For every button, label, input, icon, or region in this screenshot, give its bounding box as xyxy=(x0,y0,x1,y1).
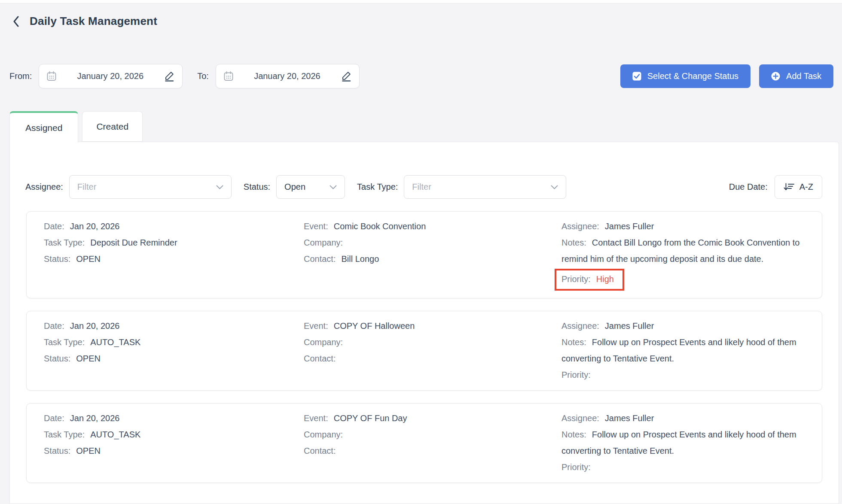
company-label: Company: xyxy=(304,337,348,347)
status-value: OPEN xyxy=(76,446,101,455)
task-type-filter-placeholder: Filter xyxy=(412,182,431,192)
event-label: Event: xyxy=(304,222,334,231)
edit-pencil-icon[interactable] xyxy=(341,71,351,82)
edit-pencil-icon[interactable] xyxy=(164,71,174,82)
priority-highlight-annotation: Priority:High xyxy=(555,269,624,291)
to-label: To: xyxy=(197,71,209,81)
task-card-col-notes: Assignee:James Fuller Notes:Follow up on… xyxy=(561,318,805,383)
sort-descending-icon xyxy=(784,183,794,191)
assignee-filter-label: Assignee: xyxy=(25,182,63,192)
select-change-status-label: Select & Change Status xyxy=(647,71,738,81)
task-card-col-basic: Date:Jan 20, 2026 Task Type:AUTO_TASK St… xyxy=(44,318,304,383)
toolbar: From: January 20, 2026 To: January 20, 2… xyxy=(9,64,833,88)
to-date-value: January 20, 2026 xyxy=(240,71,334,81)
status-label: Status: xyxy=(44,446,76,455)
task-type-filter-label: Task Type: xyxy=(357,182,398,192)
task-card-col-event: Event:Comic Book Convention Company: Con… xyxy=(304,218,561,291)
due-date-sort-label: A-Z xyxy=(799,182,813,192)
status-label: Status: xyxy=(44,254,76,264)
notes-value: Follow up on Prospect Events and likely … xyxy=(561,430,796,455)
from-date-field[interactable]: January 20, 2026 xyxy=(39,64,183,88)
tab-created[interactable]: Created xyxy=(82,111,143,142)
status-value: OPEN xyxy=(76,254,101,264)
due-date-sort-button[interactable]: A-Z xyxy=(775,175,822,199)
status-filter-label: Status: xyxy=(244,182,270,192)
plus-circle-icon xyxy=(771,72,780,81)
assignee-value: James Fuller xyxy=(605,321,654,331)
top-bar xyxy=(0,0,842,3)
tab-bar: Assigned Created xyxy=(9,111,842,142)
calendar-icon xyxy=(224,71,233,81)
task-type-label: Task Type: xyxy=(44,430,90,439)
chevron-down-icon xyxy=(329,185,337,189)
date-range-group: From: January 20, 2026 To: January 20, 2… xyxy=(9,64,360,88)
assignee-value: James Fuller xyxy=(605,222,654,231)
event-value: Comic Book Convention xyxy=(334,222,426,231)
status-label: Status: xyxy=(44,354,76,363)
notes-label: Notes: xyxy=(561,430,592,439)
task-card-col-basic: Date:Jan 20, 2026 Task Type:Deposit Due … xyxy=(44,218,304,291)
to-date-field[interactable]: January 20, 2026 xyxy=(216,64,360,88)
task-type-value: Deposit Due Reminder xyxy=(90,238,177,247)
priority-value: High xyxy=(596,274,614,284)
task-card-col-event: Event:COPY OF Halloween Company: Contact… xyxy=(304,318,561,383)
task-type-filter-select[interactable]: Filter xyxy=(404,175,566,199)
chevron-left-icon xyxy=(13,16,19,27)
notes-label: Notes: xyxy=(561,337,592,347)
task-card-col-event: Event:COPY OF Fun Day Company: Contact: xyxy=(304,410,561,475)
event-label: Event: xyxy=(304,321,334,331)
tab-created-label: Created xyxy=(96,121,128,132)
filter-row: Assignee: Filter Status: Open Task Type:… xyxy=(25,175,822,199)
priority-label: Priority: xyxy=(561,462,596,472)
status-value: OPEN xyxy=(76,354,101,363)
select-change-status-button[interactable]: Select & Change Status xyxy=(620,64,750,88)
back-button[interactable] xyxy=(13,16,19,27)
task-card[interactable]: Date:Jan 20, 2026 Task Type:AUTO_TASK St… xyxy=(26,311,822,391)
add-task-label: Add Task xyxy=(786,71,821,81)
contact-label: Contact: xyxy=(304,354,341,363)
task-card-col-notes: Assignee:James Fuller Notes:Contact Bill… xyxy=(561,218,805,291)
task-type-value: AUTO_TASK xyxy=(90,430,140,439)
contact-value: Bill Longo xyxy=(341,254,379,264)
task-card[interactable]: Date:Jan 20, 2026 Task Type:Deposit Due … xyxy=(26,211,822,298)
status-filter-value: Open xyxy=(284,182,305,192)
assignee-label: Assignee: xyxy=(561,413,605,423)
assignee-value: James Fuller xyxy=(605,413,654,423)
event-value: COPY OF Halloween xyxy=(334,321,415,331)
date-label: Date: xyxy=(44,321,70,331)
date-value: Jan 20, 2026 xyxy=(70,321,120,331)
priority-label: Priority: xyxy=(561,370,596,380)
page-title: Daily Task Management xyxy=(30,15,157,28)
task-card-col-basic: Date:Jan 20, 2026 Task Type:AUTO_TASK St… xyxy=(44,410,304,475)
company-label: Company: xyxy=(304,430,348,439)
date-label: Date: xyxy=(44,222,70,231)
assignee-filter-select[interactable]: Filter xyxy=(69,175,232,199)
notes-value: Contact Bill Longo from the Comic Book C… xyxy=(561,238,799,264)
tab-assigned-label: Assigned xyxy=(25,123,62,133)
task-type-value: AUTO_TASK xyxy=(90,337,140,347)
notes-value: Follow up on Prospect Events and likely … xyxy=(561,337,796,363)
calendar-icon xyxy=(47,71,56,81)
assignee-label: Assignee: xyxy=(561,321,605,331)
from-date-value: January 20, 2026 xyxy=(63,71,157,81)
date-value: Jan 20, 2026 xyxy=(70,222,120,231)
status-filter-select[interactable]: Open xyxy=(276,175,345,199)
add-task-button[interactable]: Add Task xyxy=(759,64,833,88)
event-value: COPY OF Fun Day xyxy=(334,413,407,423)
task-card[interactable]: Date:Jan 20, 2026 Task Type:AUTO_TASK St… xyxy=(26,403,822,483)
tab-assigned[interactable]: Assigned xyxy=(9,111,78,143)
from-label: From: xyxy=(9,71,32,81)
company-label: Company: xyxy=(304,238,348,247)
notes-label: Notes: xyxy=(561,238,592,247)
event-label: Event: xyxy=(304,413,334,423)
task-card-col-notes: Assignee:James Fuller Notes:Follow up on… xyxy=(561,410,805,475)
date-label: Date: xyxy=(44,413,70,423)
task-type-label: Task Type: xyxy=(44,337,90,347)
task-type-label: Task Type: xyxy=(44,238,90,247)
due-date-label: Due Date: xyxy=(729,182,768,192)
contact-label: Contact: xyxy=(304,254,341,264)
task-list-panel: Assignee: Filter Status: Open Task Type:… xyxy=(9,142,839,504)
toolbar-actions: Select & Change Status Add Task xyxy=(620,64,833,88)
chevron-down-icon xyxy=(551,185,558,189)
date-value: Jan 20, 2026 xyxy=(70,413,120,423)
